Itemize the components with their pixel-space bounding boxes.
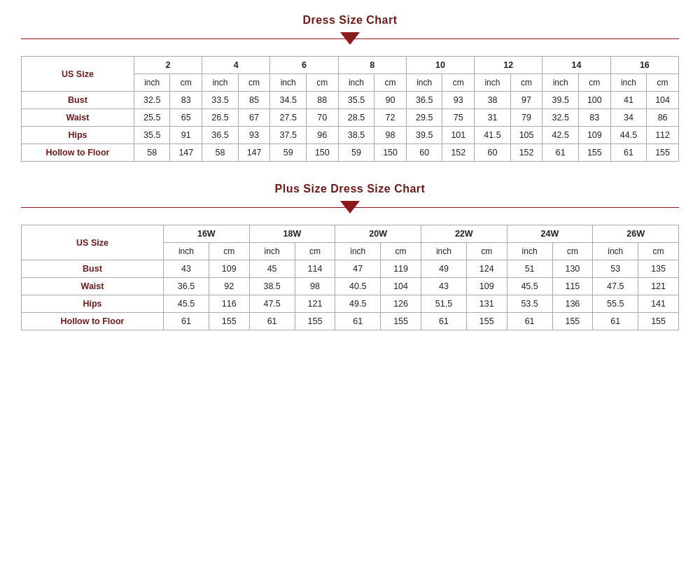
table-cell: 27.5 <box>270 109 306 127</box>
unit-subheader: inch <box>163 243 209 260</box>
table-cell: 35.5 <box>338 92 374 109</box>
table-cell: 49 <box>421 260 466 278</box>
table-cell: 93 <box>238 127 270 144</box>
table-cell: 121 <box>295 295 335 313</box>
table-cell: 155 <box>578 144 610 162</box>
row-label: Hips <box>22 127 134 144</box>
table-cell: 115 <box>552 278 593 295</box>
row-label: Hollow to Floor <box>22 313 164 330</box>
table-cell: 35.5 <box>134 127 169 144</box>
table-cell: 32.5 <box>542 109 578 127</box>
table-cell: 75 <box>442 109 475 127</box>
plus-size-chart-section: Plus Size Dress Size Chart US Size16W18W… <box>21 183 679 330</box>
unit-subheader: cm <box>295 243 335 260</box>
table-cell: 150 <box>306 144 338 162</box>
table-cell: 28.5 <box>338 109 374 127</box>
table-cell: 155 <box>647 144 679 162</box>
size-col-header: 2 <box>134 57 202 74</box>
table-cell: 130 <box>552 260 593 278</box>
unit-subheader: inch <box>335 243 381 260</box>
table-cell: 155 <box>638 313 679 330</box>
table-cell: 26.5 <box>202 109 238 127</box>
table-cell: 47 <box>335 260 381 278</box>
table-cell: 45.5 <box>163 295 209 313</box>
table-cell: 59 <box>338 144 374 162</box>
table-cell: 33.5 <box>202 92 238 109</box>
table-row: Bust431094511447119491245113053135 <box>22 260 679 278</box>
table-cell: 39.5 <box>406 127 442 144</box>
row-label: Hollow to Floor <box>22 144 134 162</box>
table-cell: 38.5 <box>249 278 295 295</box>
table-cell: 150 <box>374 144 407 162</box>
unit-subheader: cm <box>442 74 475 92</box>
unit-subheader: cm <box>374 74 407 92</box>
size-col-header: 16 <box>610 57 678 74</box>
table-cell: 42.5 <box>542 127 578 144</box>
table-cell: 40.5 <box>335 278 381 295</box>
unit-subheader: inch <box>249 243 295 260</box>
table-cell: 72 <box>374 109 407 127</box>
table-cell: 29.5 <box>406 109 442 127</box>
unit-subheader: cm <box>510 74 542 92</box>
table-cell: 114 <box>295 260 335 278</box>
table-cell: 105 <box>510 127 542 144</box>
unit-subheader: inch <box>542 74 578 92</box>
chart2-divider <box>21 201 679 214</box>
chart2-table: US Size16W18W20W22W24W26Winchcminchcminc… <box>21 225 679 330</box>
table-cell: 147 <box>170 144 202 162</box>
table-cell: 83 <box>170 92 202 109</box>
unit-subheader: cm <box>238 74 270 92</box>
table-cell: 147 <box>238 144 270 162</box>
unit-subheader: inch <box>406 74 442 92</box>
table-cell: 100 <box>578 92 610 109</box>
table-cell: 70 <box>306 109 338 127</box>
row-label: Waist <box>22 278 164 295</box>
table-cell: 98 <box>374 127 407 144</box>
table-cell: 112 <box>647 127 679 144</box>
us-size-header: US Size <box>22 225 164 260</box>
unit-subheader: cm <box>170 74 202 92</box>
table-cell: 104 <box>381 278 421 295</box>
unit-subheader: cm <box>647 74 679 92</box>
table-cell: 37.5 <box>270 127 306 144</box>
table-cell: 109 <box>209 260 249 278</box>
table-cell: 31 <box>475 109 510 127</box>
table-cell: 49.5 <box>335 295 381 313</box>
unit-subheader: inch <box>134 74 169 92</box>
table-cell: 47.5 <box>593 278 638 295</box>
size-col-header: 6 <box>270 57 338 74</box>
table-cell: 155 <box>466 313 507 330</box>
table-cell: 92 <box>209 278 249 295</box>
table-cell: 97 <box>510 92 542 109</box>
unit-subheader: cm <box>638 243 679 260</box>
table-cell: 79 <box>510 109 542 127</box>
size-col-header: 22W <box>421 225 507 243</box>
table-row: Bust32.58333.58534.58835.59036.593389739… <box>22 92 679 109</box>
table-cell: 32.5 <box>134 92 169 109</box>
unit-subheader: inch <box>507 243 552 260</box>
table-cell: 90 <box>374 92 407 109</box>
table-cell: 98 <box>295 278 335 295</box>
table-cell: 86 <box>647 109 679 127</box>
unit-subheader: cm <box>466 243 507 260</box>
unit-subheader: inch <box>421 243 466 260</box>
table-cell: 45.5 <box>507 278 552 295</box>
table-cell: 109 <box>578 127 610 144</box>
table-cell: 131 <box>466 295 507 313</box>
row-label: Hips <box>22 295 164 313</box>
table-cell: 124 <box>466 260 507 278</box>
table-cell: 152 <box>510 144 542 162</box>
table-cell: 51 <box>507 260 552 278</box>
table-cell: 34 <box>610 109 646 127</box>
table-cell: 96 <box>306 127 338 144</box>
size-col-header: 24W <box>507 225 593 243</box>
size-col-header: 26W <box>593 225 679 243</box>
table-cell: 61 <box>507 313 552 330</box>
table-cell: 60 <box>475 144 510 162</box>
unit-subheader: inch <box>270 74 306 92</box>
row-label: Waist <box>22 109 134 127</box>
table-cell: 61 <box>593 313 638 330</box>
unit-subheader: cm <box>306 74 338 92</box>
table-cell: 25.5 <box>134 109 169 127</box>
table-cell: 141 <box>638 295 679 313</box>
